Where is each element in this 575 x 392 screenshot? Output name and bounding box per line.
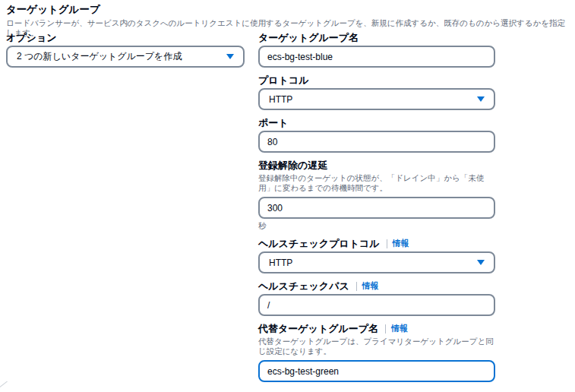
health-check-path-field: ヘルスチェックパス 情報 [258,280,495,316]
deregistration-delay-input[interactable] [258,197,495,219]
health-check-protocol-select[interactable]: HTTP [258,251,495,273]
port-input[interactable] [258,131,495,153]
caret-down-icon [226,54,234,59]
deregistration-delay-unit: 秒 [258,221,495,231]
right-column: ターゲットグループ名 プロトコル HTTP ポート 登録解除の遅延 登録解除中の… [258,32,495,389]
alternate-target-group-name-input[interactable] [258,360,495,382]
caret-down-icon [477,96,485,102]
target-group-form: ターゲットグループ ロードバランサーが、サービス内のタスクへのルートリクエストに… [0,0,575,392]
alternate-target-group-name-info-link[interactable]: 情報 [391,323,408,334]
target-group-name-label: ターゲットグループ名 [258,32,359,43]
deregistration-delay-label: 登録解除の遅延 [258,160,327,171]
protocol-field: プロトコル HTTP [258,74,495,110]
left-column: オプション 2 つの新しいターゲットグループを作成 [6,32,245,74]
label-divider [385,324,386,334]
label-divider [356,282,357,291]
health-check-protocol-label: ヘルスチェックプロトコル [258,238,380,249]
health-check-path-label: ヘルスチェックパス [258,280,349,292]
health-check-protocol-field: ヘルスチェックプロトコル 情報 HTTP [258,238,495,273]
deregistration-delay-field: 登録解除の遅延 登録解除中のターゲットの状態が、「ドレイン中」から「未使用」に変… [258,160,495,231]
alternate-target-group-name-field: 代替ターゲットグループ名 情報 代替ターゲットグループは、プライマリターゲットグ… [258,323,495,382]
port-field: ポート [258,117,495,153]
protocol-label: プロトコル [258,74,309,86]
protocol-select-value: HTTP [269,94,292,105]
section-title: ターゲットグループ [6,4,572,16]
corner-resize-mark [0,381,9,389]
health-check-path-input[interactable] [258,294,495,316]
label-divider [387,239,387,248]
option-select-value: 2 つの新しいターゲットグループを作成 [17,50,182,63]
option-select[interactable]: 2 つの新しいターゲットグループを作成 [6,46,245,68]
health-check-path-info-link[interactable]: 情報 [362,280,379,292]
port-label: ポート [258,117,289,128]
option-field: オプション 2 つの新しいターゲットグループを作成 [6,32,245,68]
target-group-name-input[interactable] [258,46,495,68]
caret-down-icon [477,260,485,265]
health-check-protocol-info-link[interactable]: 情報 [393,238,409,249]
alternate-target-group-name-description: 代替ターゲットグループは、プライマリターゲットグループと同じ設定になります。 [258,337,495,356]
alternate-target-group-name-label: 代替ターゲットグループ名 [258,323,378,334]
deregistration-delay-description: 登録解除中のターゲットの状態が、「ドレイン中」から「未使用」に変わるまでの待機時… [258,173,495,193]
option-label: オプション [6,32,57,43]
protocol-select[interactable]: HTTP [258,88,495,110]
health-check-protocol-select-value: HTTP [269,258,292,268]
target-group-name-field: ターゲットグループ名 [258,32,495,68]
